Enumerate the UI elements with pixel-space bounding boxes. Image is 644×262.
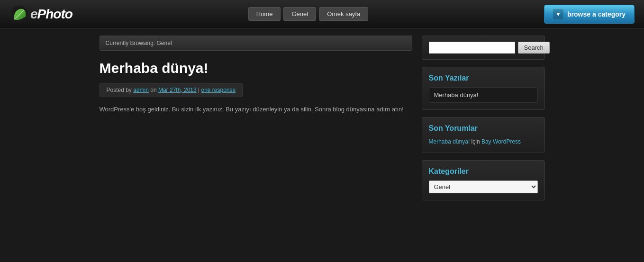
search-widget: Search: [422, 36, 545, 60]
category-select[interactable]: Genel: [429, 181, 538, 193]
comment-post-link[interactable]: Merhaba dünya!: [429, 138, 470, 145]
recent-posts-title: Son Yazılar: [429, 74, 538, 82]
author-link[interactable]: admin: [133, 87, 149, 93]
header: ePhoto Home Genel Örnek sayfa ▼ browse a…: [0, 0, 644, 28]
dropdown-arrow-icon: ▼: [553, 9, 563, 19]
content-area: Currently Browsing: Genel Merhaba dünya!…: [100, 36, 412, 208]
main-wrapper: Currently Browsing: Genel Merhaba dünya!…: [95, 28, 550, 215]
recent-post-item[interactable]: Merhaba dünya!: [429, 87, 538, 103]
logo-text: ePhoto: [30, 7, 73, 22]
breadcrumb: Currently Browsing: Genel: [100, 36, 412, 51]
breadcrumb-text: Currently Browsing: Genel: [106, 40, 172, 46]
logo-area: ePhoto: [9, 4, 73, 24]
sidebar: Search Son Yazılar Merhaba dünya! Son Yo…: [422, 36, 545, 208]
recent-posts-widget: Son Yazılar Merhaba dünya!: [422, 67, 545, 110]
categories-title: Kategoriler: [429, 167, 538, 176]
search-button[interactable]: Search: [518, 42, 550, 54]
nav-home[interactable]: Home: [248, 7, 281, 21]
recent-comments-title: Son Yorumlar: [429, 124, 538, 133]
meta-on: on: [150, 87, 156, 93]
recent-comments-widget: Son Yorumlar Merhaba dünya! için Bay Wor…: [422, 117, 545, 153]
recent-comment-item: Merhaba dünya! için Bay WordPress: [429, 137, 538, 146]
browse-category-button[interactable]: ▼ browse a category: [544, 5, 635, 24]
nav-ornek[interactable]: Örnek sayfa: [319, 7, 368, 21]
comment-author-link[interactable]: Bay WordPress: [481, 138, 521, 145]
date-link[interactable]: Mar 27th, 2013: [158, 87, 197, 93]
response-link[interactable]: one response: [201, 87, 236, 93]
categories-widget: Kategoriler Genel: [422, 160, 545, 200]
comment-for-label: için: [472, 138, 480, 145]
browse-label: browse a category: [567, 10, 626, 18]
post-title: Merhaba dünya!: [100, 60, 412, 76]
meta-separator: |: [198, 87, 200, 93]
post-content: WordPress'e hoş geldiniz. Bu sizin ilk y…: [100, 105, 412, 115]
nav-genel[interactable]: Genel: [283, 7, 316, 21]
search-input[interactable]: [429, 42, 515, 54]
posted-by-label: Posted by: [107, 87, 132, 93]
logo-icon: [9, 4, 29, 24]
post-meta: Posted by admin on Mar 27th, 2013 | one …: [100, 83, 243, 97]
main-nav: Home Genel Örnek sayfa: [248, 7, 368, 21]
